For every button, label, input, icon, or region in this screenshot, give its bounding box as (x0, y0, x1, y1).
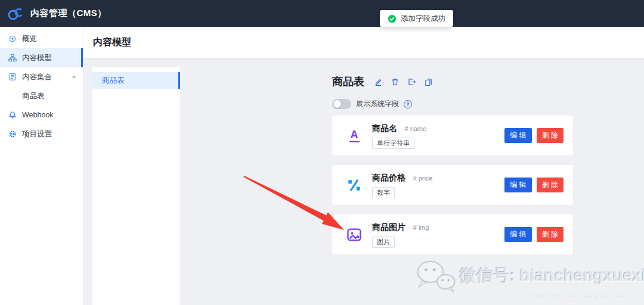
show-system-fields-toggle[interactable] (332, 99, 351, 109)
field-info: 商品名 # name 单行字符串 (372, 123, 426, 149)
chevron-up-icon (71, 74, 77, 79)
sitemap-icon (8, 54, 17, 62)
watermark: 微信号: bianchengxuexi (414, 257, 644, 294)
sidebar-item-label: 商品表 (22, 91, 45, 101)
field-card-price: 商品价格 # price 数字 编 辑 删 除 (332, 165, 573, 205)
model-title: 商品表 (332, 74, 364, 89)
eye-icon (8, 35, 17, 43)
number-field-icon (345, 176, 363, 194)
toast-text: 添加字段成功 (401, 14, 445, 24)
toggle-label: 展示系统字段 (356, 99, 399, 109)
field-type-tag: 图片 (372, 236, 395, 248)
system-fields-row: 展示系统字段 ? (332, 99, 412, 109)
field-key: # img (413, 224, 429, 231)
page-title: 内容模型 (93, 36, 131, 49)
text-field-icon: A (345, 127, 363, 145)
watermark-url: https://blog.csdn.net/qiushi_1990 (530, 292, 626, 300)
model-list-panel: 商品表 (92, 67, 180, 305)
field-card-name: A 商品名 # name 单行字符串 编 辑 删 除 (332, 116, 573, 155)
sidebar-item-label: 项目设置 (22, 129, 52, 139)
sidebar-item-label: Webhook (22, 111, 54, 119)
field-info: 商品价格 # price 数字 (372, 172, 432, 198)
edit-button[interactable]: 编 辑 (504, 178, 531, 192)
topbar: 内容管理（CMS） (0, 0, 644, 27)
field-type-tag: 单行字符串 (372, 138, 414, 149)
list-doc-icon (8, 73, 17, 81)
sidebar-item-webhook[interactable]: Webhook (0, 105, 83, 125)
sidebar-item-product-table[interactable]: 商品表 (0, 86, 83, 105)
field-info: 商品图片 # img 图片 (372, 222, 429, 248)
field-key: # price (413, 175, 432, 182)
app-title: 内容管理（CMS） (30, 8, 107, 19)
sidebar-item-label: 内容集合 (22, 72, 52, 82)
field-key: # name (404, 125, 426, 132)
sidebar-item-content-collection[interactable]: 内容集合 (0, 67, 83, 86)
model-detail-header: 商品表 (332, 74, 433, 89)
bell-icon (8, 111, 17, 119)
sidebar-item-label: 概览 (22, 34, 37, 44)
field-type-tag: 数字 (372, 187, 395, 198)
image-field-icon (345, 226, 363, 244)
delete-button[interactable]: 删 除 (537, 178, 564, 192)
watermark-text: 微信号: bianchengxuexi (460, 264, 644, 287)
copy-icon[interactable] (424, 77, 433, 86)
sidebar-item-content-model[interactable]: 内容模型 (0, 48, 83, 67)
edit-button[interactable]: 编 辑 (504, 128, 531, 143)
cloudbase-cloud-icon (7, 6, 25, 21)
gear-icon (8, 130, 17, 138)
sidebar-item-overview[interactable]: 概览 (0, 29, 83, 48)
trash-icon[interactable] (391, 77, 400, 86)
check-circle-icon (388, 14, 397, 23)
wechat-icon (414, 257, 458, 294)
field-name: 商品价格 (372, 173, 405, 182)
field-card-image: 商品图片 # img 图片 编 辑 删 除 (332, 214, 573, 254)
field-name: 商品名 (372, 123, 397, 133)
sidebar-item-label: 内容模型 (22, 53, 52, 63)
edit-button[interactable]: 编 辑 (504, 227, 531, 242)
page-header: 内容模型 (83, 27, 644, 58)
toast-success: 添加字段成功 (380, 10, 453, 27)
help-circle-icon[interactable]: ? (404, 100, 412, 108)
sidebar-item-project-settings[interactable]: 项目设置 (0, 125, 83, 144)
edit-pencil-icon[interactable] (374, 77, 383, 86)
delete-button[interactable]: 删 除 (537, 128, 564, 143)
cms-app: 内容管理（CMS） 添加字段成功 概览 内容模型 (0, 0, 644, 305)
field-name: 商品图片 (372, 222, 405, 232)
model-list-item-product-table[interactable]: 商品表 (92, 72, 180, 89)
delete-button[interactable]: 删 除 (537, 227, 564, 242)
sidebar: 概览 内容模型 内容集合 (0, 27, 83, 305)
export-icon[interactable] (407, 77, 416, 86)
